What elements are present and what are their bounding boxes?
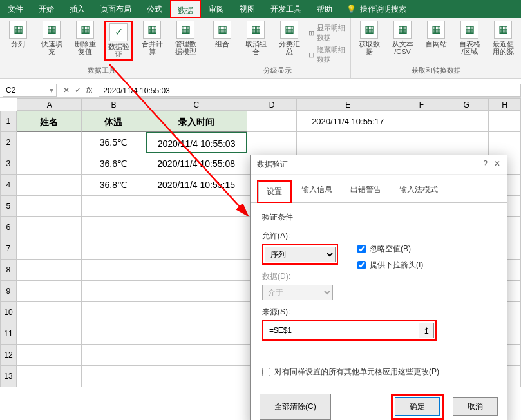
row-header-4[interactable]: 4 [0, 175, 17, 196]
row-header-3[interactable]: 3 [0, 153, 17, 175]
cancel-button[interactable]: 取消 [453, 397, 498, 416]
cell-C2[interactable]: 2020/11/4 10:55:03 [146, 132, 247, 153]
dialog-tab-输入法模式[interactable]: 输入法模式 [391, 180, 446, 203]
cell-B7[interactable] [82, 238, 146, 260]
row-header-11[interactable]: 11 [0, 323, 17, 345]
cell-H2[interactable] [489, 132, 521, 153]
col-header-B[interactable]: B [82, 98, 146, 111]
row-header-1[interactable]: 1 [0, 111, 17, 132]
tab-审阅[interactable]: 审阅 [201, 0, 232, 18]
cell-A11[interactable] [17, 323, 82, 345]
cell-C4[interactable]: 2020/11/4 10:55:15 [146, 175, 247, 196]
row-header-6[interactable]: 6 [0, 217, 17, 238]
cell-A12[interactable] [17, 345, 82, 366]
cell-A9[interactable] [17, 281, 82, 302]
cell-C9[interactable] [146, 281, 247, 302]
help-icon[interactable]: ? [483, 159, 488, 170]
cell-A10[interactable] [17, 302, 82, 323]
fx-icon[interactable]: fx [86, 86, 92, 95]
cell-A7[interactable] [17, 238, 82, 260]
row-header-8[interactable]: 8 [0, 260, 17, 281]
enter-icon[interactable]: ✓ [75, 86, 81, 95]
tab-帮助[interactable]: 帮助 [309, 0, 340, 18]
cell-B10[interactable] [82, 302, 146, 323]
cell-B3[interactable]: 36.6℃ [82, 153, 146, 175]
col-header-A[interactable]: A [17, 98, 82, 111]
ribbon-最近使用的源[interactable]: ▦最近使用的源 [489, 21, 517, 55]
cell-A8[interactable] [17, 260, 82, 281]
cell-D1[interactable] [247, 111, 298, 132]
ribbon-取消组合[interactable]: ▦取消组合 [242, 21, 270, 64]
cell-C6[interactable] [146, 217, 247, 238]
formula-input[interactable]: 2020/11/4 10:55:03 [99, 84, 521, 97]
cell-B8[interactable] [82, 260, 146, 281]
cell-F1[interactable] [399, 111, 444, 132]
cell-C7[interactable] [146, 238, 247, 260]
cell-A5[interactable] [17, 196, 82, 217]
ribbon-组合[interactable]: ▦组合 [208, 21, 236, 64]
ribbon-自网站[interactable]: ▦自网站 [422, 21, 450, 55]
ribbon-分类汇总[interactable]: ▦分类汇总 [275, 21, 303, 64]
cell-A1[interactable]: 姓名 [17, 111, 82, 132]
cell-C10[interactable] [146, 302, 247, 323]
ribbon-从文本/CSV[interactable]: ▦从文本/CSV [388, 21, 417, 55]
col-header-F[interactable]: F [399, 98, 444, 111]
in-cell-dropdown-checkbox[interactable]: 提供下拉箭头(I) [357, 260, 423, 271]
tab-文件[interactable]: 文件 [0, 0, 31, 18]
ribbon-合并计算[interactable]: ▦合并计算 [138, 21, 166, 61]
cell-A4[interactable] [17, 175, 82, 196]
cell-H1[interactable] [489, 111, 521, 132]
ribbon-数据验证[interactable]: ✓数据验证 [104, 21, 133, 61]
cell-B4[interactable]: 36.8℃ [82, 175, 146, 196]
tab-插入[interactable]: 插入 [62, 0, 93, 18]
ribbon-删除重复值[interactable]: ▦删除重复值 [71, 21, 99, 61]
cell-B1[interactable]: 体温 [82, 111, 146, 132]
name-box[interactable]: C2▾ [3, 84, 57, 97]
ribbon-获取数据[interactable]: ▦获取数据 [355, 21, 383, 55]
cell-G1[interactable] [444, 111, 489, 132]
cell-A6[interactable] [17, 217, 82, 238]
row-header-7[interactable]: 7 [0, 238, 17, 260]
cell-C11[interactable] [146, 323, 247, 345]
cell-C8[interactable] [146, 260, 247, 281]
apply-all-checkbox[interactable]: 对有同样设置的所有其他单元格应用这些更改(P) [262, 367, 495, 377]
cell-B6[interactable] [82, 217, 146, 238]
col-header-H[interactable]: H [489, 98, 521, 111]
cell-E2[interactable] [297, 132, 399, 153]
row-header-12[interactable]: 12 [0, 345, 17, 366]
tab-开发工具[interactable]: 开发工具 [263, 0, 309, 18]
cell-B11[interactable] [82, 323, 146, 345]
dialog-tab-输入信息[interactable]: 输入信息 [293, 180, 341, 203]
source-input[interactable] [265, 323, 419, 338]
cell-C12[interactable] [146, 345, 247, 366]
dialog-tab-出错警告[interactable]: 出错警告 [342, 180, 390, 203]
tab-开始[interactable]: 开始 [31, 0, 62, 18]
cell-A2[interactable] [17, 132, 82, 153]
col-header-G[interactable]: G [444, 98, 489, 111]
show-detail[interactable]: ⊞显示明细数据 [308, 23, 346, 43]
row-header-2[interactable]: 2 [0, 132, 17, 153]
cell-B2[interactable]: 36.5℃ [82, 132, 146, 153]
cell-F2[interactable] [399, 132, 444, 153]
tab-页面布局[interactable]: 页面布局 [93, 0, 139, 18]
cell-C13[interactable] [146, 366, 247, 387]
cell-A3[interactable] [17, 153, 82, 175]
allow-select[interactable]: 序列 [265, 247, 336, 262]
tell-me-search[interactable]: 💡 操作说明搜索 [340, 4, 406, 15]
cell-D2[interactable] [247, 132, 298, 153]
ok-button[interactable]: 确定 [395, 397, 440, 416]
col-header-C[interactable]: C [146, 98, 247, 111]
cell-B5[interactable] [82, 196, 146, 217]
row-header-13[interactable]: 13 [0, 366, 17, 387]
hide-detail[interactable]: ⊟隐藏明细数据 [308, 45, 346, 64]
row-header-5[interactable]: 5 [0, 196, 17, 217]
cell-C1[interactable]: 录入时间 [146, 111, 247, 132]
row-header-9[interactable]: 9 [0, 281, 17, 302]
ignore-blank-checkbox[interactable]: 忽略空值(B) [357, 243, 423, 254]
row-header-10[interactable]: 10 [0, 302, 17, 323]
cell-B9[interactable] [82, 281, 146, 302]
clear-all-button[interactable]: 全部清除(C) [260, 394, 331, 420]
dialog-tab-设置[interactable]: 设置 [258, 181, 290, 202]
tab-公式[interactable]: 公式 [139, 0, 170, 18]
ribbon-自表格/区域[interactable]: ▦自表格/区域 [455, 21, 484, 55]
